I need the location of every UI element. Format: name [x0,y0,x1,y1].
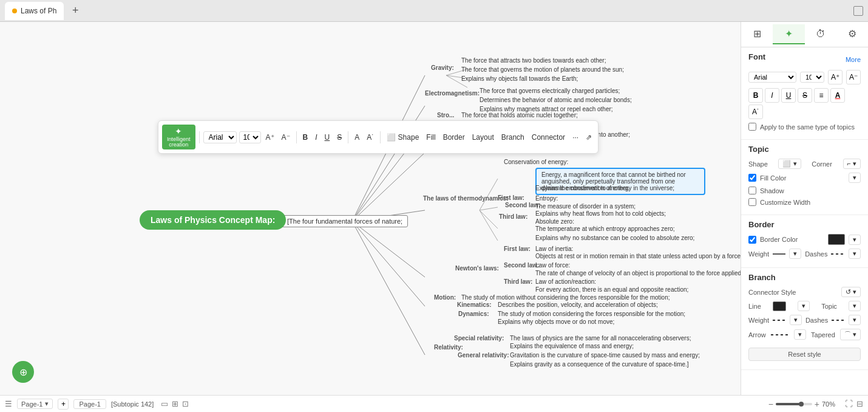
font-color-button[interactable]: A [352,132,362,143]
right-panel: ⊞ ✦ ⏱ ⚙ Font More Arial 10 A⁺ A⁻ [741,22,868,395]
shape-select[interactable]: ⬜ ▾ [778,159,801,169]
topic-section: Topic Shape ⬜ ▾ Corner ⌐ ▾ Fill Color ▾ … [741,140,868,215]
layout-button[interactable]: Layout [470,132,497,143]
italic-button[interactable]: I [313,132,319,143]
ai-label: Intelligentcreation [167,137,191,148]
corner-select[interactable]: ⌐ ▾ [843,159,861,169]
fill-color-picker[interactable]: ▾ [849,173,861,183]
page-selector[interactable]: Page-1 ▾ [17,399,53,409]
view-normal-icon[interactable]: ▭ [161,399,168,408]
border-button[interactable]: Border [441,132,467,143]
special-rel-text2: Explains the equivalence of mass and ene… [510,343,634,349]
font-family-select[interactable]: Arial [203,131,237,143]
bold-button[interactable]: B [300,132,311,143]
font-more-link[interactable]: More [846,56,861,63]
weight-dropdown[interactable]: ▾ [789,249,801,259]
shadow-checkbox[interactable] [748,187,756,194]
panel-font-decrease[interactable]: A⁻ [846,70,861,84]
arrow-dropdown[interactable]: ▾ [794,329,806,340]
connector-node[interactable]: [The four fundamental forces of nature; [282,215,408,227]
panel-magic-button[interactable]: ✦ [773,24,804,44]
apply-same-row: Apply to the same type of topics [748,123,861,131]
fill-color-checkbox[interactable] [748,174,756,182]
panel-grid-button[interactable]: ⊞ [741,24,773,44]
customize-width-checkbox[interactable] [748,198,756,206]
panel-italic-button[interactable]: I [765,88,779,103]
panel-strike-button[interactable]: S [798,88,812,103]
svg-line-15 [480,210,498,241]
expand-icon[interactable]: ⛶ [845,399,853,408]
branch-section: Branch Connector Style ↺ ▾ Line ▾ Topic … [741,268,868,370]
branch-toolbar-button[interactable]: Branch [499,132,527,143]
apply-same-checkbox[interactable] [748,123,756,131]
border-color-checkbox[interactable] [748,236,756,244]
view-fit-icon[interactable]: ⊡ [182,399,189,408]
border-section: Border Border Color ▾ Weight ▾ Dashes ▾ [741,215,868,268]
kinematics-label: Kinematics: [457,301,492,308]
main-node[interactable]: Laws of Physics Concept Map: [140,210,286,230]
branch-weight-dropdown[interactable]: ▾ [790,315,802,325]
sidebar-toggle-icon[interactable]: ☰ [5,399,12,408]
panel-clock-button[interactable]: ⏱ [805,24,836,44]
border-color-label: Border Color [760,236,798,243]
add-page-button[interactable]: + [58,399,69,410]
connector-style-select[interactable]: ↺ ▾ [841,287,861,297]
inertia-text: Objects at rest or in motion remain in t… [535,253,741,259]
help-circle-button[interactable]: ⊕ [12,361,34,383]
zoom-out-icon[interactable]: − [768,399,773,409]
font-increase-button[interactable]: A⁺ [263,132,277,143]
panel-font-select[interactable]: Arial [748,72,796,83]
line-color-dropdown[interactable]: ▾ [798,301,810,311]
more-toolbar-button[interactable]: ··· [570,132,581,143]
apply-same-label: Apply to the same type of topics [760,123,855,131]
reset-style-button[interactable]: Reset style [748,348,861,361]
zoom-slider[interactable] [776,403,812,405]
general-rel-text1: Gravitation is the curvature of space-ti… [510,352,700,359]
action-text: For every action, there is an equal and … [535,286,688,293]
border-color-swatch[interactable] [828,234,845,245]
panel-font-size-select[interactable]: 10 [800,72,824,83]
svg-line-8 [352,221,425,355]
font-decrease-button[interactable]: A⁻ [279,132,293,143]
border-color-dropdown[interactable]: ▾ [849,235,861,245]
line-color-swatch[interactable] [773,301,786,311]
em-text1: The force that governs electrically char… [480,88,620,94]
general-rel-label: General relativity: [458,352,509,359]
entropy-measure: The measure of disorder in a system; [535,203,636,210]
new-tab-button[interactable]: + [69,4,82,18]
font-section: Font More Arial 10 A⁺ A⁻ B I U S [741,47,868,140]
panel-font-color-button[interactable]: A [830,88,845,103]
panel-gear-button[interactable]: ⚙ [836,24,868,44]
panel-font-increase[interactable]: A⁺ [828,70,843,84]
conservation-label: Conservation of energy: [504,159,568,165]
page-tab[interactable]: Page-1 [73,399,106,409]
minimize-button[interactable]: ⇗ [583,132,594,143]
fill-button[interactable]: Fill [424,132,438,143]
window-expand-icon[interactable] [853,6,863,16]
panel-icon-bar: ⊞ ✦ ⏱ ⚙ [741,22,868,47]
shape-button[interactable]: ⬜ Shape [384,132,421,143]
status-text: [Subtopic 142] [111,400,154,408]
underline-button[interactable]: U [322,132,333,143]
gravity-label: Gravity: [431,64,454,71]
canvas-area[interactable]: Laws of Physics Concept Map: [The four f… [0,22,741,395]
topic-dropdown[interactable]: ▾ [849,301,861,311]
highlight-button[interactable]: A˙ [364,132,376,143]
panel-align-button[interactable]: ≡ [814,88,829,103]
newton-second: Second law: [504,262,539,269]
collapse-icon[interactable]: ⊟ [856,399,863,408]
tapered-select[interactable]: ⌒ ▾ [840,329,861,340]
font-size-select[interactable]: 10 [239,131,261,143]
zoom-in-icon[interactable]: + [815,399,819,409]
strike-button[interactable]: S [334,132,344,143]
dynamics-text2: Explains why objects move or do not move… [498,318,614,325]
branch-dashes-dropdown[interactable]: ▾ [849,315,861,325]
ai-creation-button[interactable]: ✦ Intelligentcreation [162,125,195,149]
panel-bold-button[interactable]: B [748,88,763,103]
connector-button[interactable]: Connector [529,132,568,143]
dashes-dropdown[interactable]: ▾ [849,249,861,259]
panel-highlight-button[interactable]: A˙ [748,105,763,119]
browser-tab[interactable]: Laws of Ph [5,2,64,20]
view-grid-icon[interactable]: ⊞ [172,399,178,408]
panel-underline-button[interactable]: U [781,88,796,103]
